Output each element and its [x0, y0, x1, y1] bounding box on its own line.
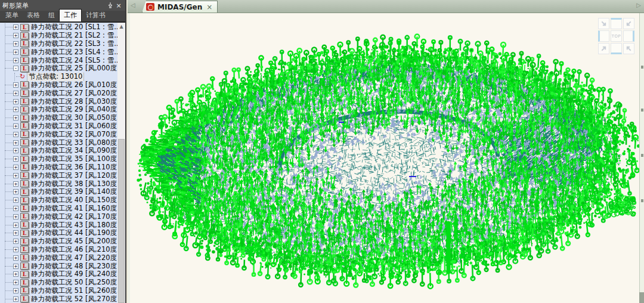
tab-close-icon[interactable]: × [206, 3, 212, 11]
scrollbar-up-icon[interactable]: ▲ [117, 23, 125, 31]
tree-row[interactable]: +L静力荷载工况 47 [风,220度... [0, 253, 117, 262]
view-top-edge-button[interactable] [611, 18, 622, 29]
expand-toggle-icon[interactable]: + [13, 91, 18, 96]
tree-scrollbar[interactable]: ▲ [117, 23, 125, 303]
expand-toggle-icon[interactable]: + [13, 82, 18, 88]
expand-toggle-icon[interactable]: - [13, 66, 18, 71]
expand-toggle-icon[interactable]: + [13, 255, 18, 261]
expand-toggle-icon[interactable]: + [13, 206, 18, 211]
tree-row[interactable]: +L静力荷载工况 37 [风,120度... [0, 171, 117, 180]
tree-row[interactable]: +L静力荷载工况 39 [风,140度... [0, 188, 117, 196]
panel-tab-2[interactable]: 组 [44, 10, 59, 21]
expand-toggle-icon[interactable]: + [13, 115, 18, 120]
pin-icon[interactable] [106, 1, 114, 10]
tree-row[interactable]: +L静力荷载工况 41 [风,160度... [0, 205, 117, 213]
stadium-roof-wind-load-model[interactable] [130, 13, 639, 302]
expand-toggle-icon[interactable]: + [13, 50, 18, 55]
expand-toggle-icon[interactable]: + [13, 247, 18, 252]
load-case-icon: L [20, 24, 29, 31]
tree-row[interactable]: +L静力荷载工况 31 [风,060度... [0, 122, 117, 131]
panel-tab-4[interactable]: 计算书 [82, 10, 110, 21]
tree-row[interactable]: +L静力荷载工况 33 [风,080度... [0, 138, 117, 147]
expand-toggle-icon[interactable]: + [13, 189, 18, 194]
expand-toggle-icon[interactable]: + [13, 173, 18, 178]
view-corner-se-button[interactable] [598, 18, 609, 29]
expand-toggle-icon[interactable]: + [13, 222, 18, 228]
tree-row[interactable]: +L静力荷载工况 46 [风,210度... [0, 246, 117, 254]
panel-tab-3[interactable]: 工作 [59, 9, 82, 21]
expand-toggle-icon[interactable]: + [13, 288, 18, 293]
model-viewport[interactable]: TOP [128, 13, 644, 303]
expand-toggle-icon[interactable]: + [13, 33, 18, 38]
tree-row[interactable]: +L静力荷载工况 52 [风,270度... [0, 295, 117, 303]
tree-row[interactable]: +L静力荷载工况 48 [风,230度... [0, 262, 117, 270]
expand-toggle-icon[interactable]: + [13, 239, 18, 244]
tree-row[interactable]: +L静力荷载工况 32 [风,070度... [0, 130, 117, 138]
expand-toggle-icon[interactable]: + [13, 24, 18, 30]
tree-row[interactable]: +L静力荷载工况 22 [SL3 : 雪... [0, 40, 117, 48]
tree-row[interactable]: +L静力荷载工况 28 [风,030度... [0, 97, 117, 106]
expand-toggle-icon[interactable]: + [13, 165, 18, 170]
panel-tab-1[interactable]: 表格 [23, 10, 44, 21]
nodal-load-icon: ↻ [20, 74, 25, 80]
tab-scroll-left-icon[interactable]: ◁ [131, 2, 135, 8]
tree-row[interactable]: +L静力荷载工况 40 [风,150度... [0, 196, 117, 205]
tree-row[interactable]: +L静力荷载工况 27 [风,020度... [0, 89, 117, 97]
tree-row[interactable]: +L静力荷载工况 51 [风,260度... [0, 287, 117, 295]
view-right-edge-button[interactable] [623, 30, 634, 42]
expand-toggle-icon[interactable]: + [13, 99, 18, 104]
expand-toggle-icon[interactable]: + [13, 41, 18, 47]
tree-row[interactable]: +L静力荷载工况 26 [风,010度... [0, 81, 117, 89]
tree-child-row[interactable]: ↻节点荷载: 13010 [0, 73, 117, 81]
tree-row[interactable]: +L静力荷载工况 42 [风,170度... [0, 212, 117, 221]
expand-toggle-icon[interactable]: + [13, 214, 18, 219]
tree-row[interactable]: +L静力荷载工况 35 [风,100度... [0, 155, 117, 163]
expand-toggle-icon[interactable]: + [13, 296, 18, 302]
expand-toggle-icon[interactable]: + [13, 148, 18, 153]
expand-toggle-icon[interactable]: + [13, 58, 18, 63]
expand-toggle-icon[interactable]: + [13, 181, 18, 187]
panel-tab-0[interactable]: 菜单 [1, 10, 23, 21]
tree-row[interactable]: +L静力荷载工况 24 [SL5 : 雪... [0, 56, 117, 64]
tree-row[interactable]: +L静力荷载工况 34 [风,090度... [0, 147, 117, 155]
load-case-icon: L [20, 89, 29, 97]
tree-row-label: 静力荷载工况 29 [风,040度... [31, 106, 117, 114]
view-left-edge-button[interactable] [598, 30, 609, 42]
close-icon[interactable]: × [114, 1, 123, 10]
expand-toggle-icon[interactable]: + [13, 132, 18, 137]
load-case-icon: L [20, 122, 29, 129]
tree-row[interactable]: +L静力荷载工况 50 [风,250度... [0, 279, 117, 287]
tree-row[interactable]: +L静力荷载工况 43 [风,180度... [0, 221, 117, 229]
tree-row[interactable]: +L静力荷载工况 21 [SL2 : 雪... [0, 32, 117, 40]
view-corner-ne-button[interactable] [598, 43, 609, 54]
expand-toggle-icon[interactable]: + [13, 140, 18, 146]
scrollbar-thumb[interactable] [118, 139, 125, 303]
tree-row[interactable]: +L静力荷载工况 44 [风,190度... [0, 229, 117, 237]
load-case-icon: L [20, 205, 29, 212]
expand-toggle-icon[interactable]: + [13, 271, 18, 277]
expand-toggle-icon[interactable]: + [13, 156, 18, 162]
viewport-right-frame [639, 13, 644, 303]
tree-row[interactable]: +L静力荷载工况 38 [风,130度... [0, 180, 117, 188]
expand-toggle-icon[interactable]: + [13, 264, 18, 269]
expand-toggle-icon[interactable]: + [13, 197, 18, 203]
view-top-button[interactable]: TOP [611, 30, 622, 42]
tab-scroll-right-icon[interactable]: ▷ [636, 2, 641, 8]
expand-toggle-icon[interactable]: + [13, 107, 18, 112]
tree-row[interactable]: +L静力荷载工况 20 [SL1 : 雪... [0, 23, 117, 32]
tree-row[interactable]: +L静力荷载工况 29 [风,040度... [0, 106, 117, 114]
tree-row[interactable]: +L静力荷载工况 30 [风,050度... [0, 114, 117, 122]
view-corner-nw-button[interactable] [623, 43, 634, 54]
tab-midas-gen[interactable]: MIDAS/Gen × [142, 1, 218, 13]
expand-toggle-icon[interactable]: + [13, 230, 18, 236]
tree-row[interactable]: +L静力荷载工况 49 [风,240度... [0, 270, 117, 279]
tree-row[interactable]: +L静力荷载工况 45 [风,200度... [0, 237, 117, 246]
tree-row[interactable]: +L静力荷载工况 23 [SL4 : 雪... [0, 48, 117, 56]
tree-row[interactable]: +L静力荷载工况 36 [风,110度... [0, 163, 117, 172]
expand-toggle-icon[interactable]: + [13, 123, 18, 129]
view-bottom-edge-button[interactable] [611, 43, 622, 54]
view-corner-sw-button[interactable] [623, 18, 634, 29]
tree-branch-line [5, 134, 13, 135]
tree-row[interactable]: -L静力荷载工况 25 [风,000度... [0, 64, 117, 73]
expand-toggle-icon[interactable]: + [13, 280, 18, 285]
